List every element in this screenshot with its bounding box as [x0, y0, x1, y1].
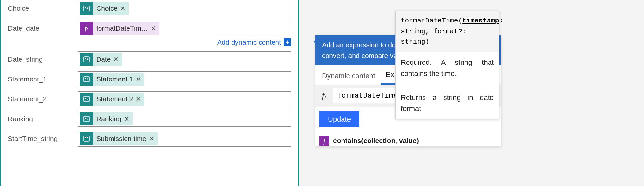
- right-background: Add an expression to do basic things lik…: [299, 0, 644, 186]
- svg-rect-2: [87, 7, 88, 8]
- field-label: Statement_2: [1, 95, 78, 103]
- form-row-starttime: StartTime_string Submission time ✕: [1, 130, 298, 147]
- field-label: Choice: [1, 5, 78, 12]
- svg-rect-11: [87, 79, 88, 80]
- svg-rect-14: [87, 98, 88, 98]
- field-label: Date_date: [1, 24, 78, 32]
- forms-icon: [80, 93, 93, 106]
- token-label: Choice: [96, 5, 117, 12]
- token-remove-icon[interactable]: ✕: [149, 135, 154, 143]
- form-editor-panel: Choice Choice ✕ Date_date fx formatDateT…: [0, 0, 299, 186]
- token-ranking[interactable]: Ranking ✕: [80, 112, 133, 125]
- svg-rect-19: [87, 119, 88, 120]
- svg-rect-6: [87, 58, 88, 59]
- token-remove-icon[interactable]: ✕: [136, 95, 141, 103]
- tooltip-returns: Returns a string in date format: [401, 92, 494, 114]
- svg-rect-23: [87, 139, 88, 139]
- token-label: Submission time: [96, 135, 146, 143]
- token-label: Date: [96, 55, 111, 63]
- forms-icon: [80, 73, 93, 86]
- token-label: Ranking: [96, 115, 121, 123]
- form-row-choice: Choice Choice ✕: [1, 0, 298, 17]
- function-suggestion[interactable]: f contains(collection, value): [315, 133, 501, 146]
- token-remove-icon[interactable]: ✕: [136, 75, 141, 83]
- form-row-statement-1: Statement_1 Statement 1 ✕: [1, 71, 298, 87]
- fx-icon: f: [319, 136, 329, 146]
- svg-rect-15: [87, 99, 88, 100]
- field-input[interactable]: Statement 2 ✕: [78, 91, 291, 107]
- tab-dynamic-content[interactable]: Dynamic content: [317, 67, 381, 85]
- field-input[interactable]: Statement 1 ✕: [78, 71, 291, 87]
- token-submission-time[interactable]: Submission time ✕: [80, 132, 158, 145]
- form-row-ranking: Ranking Ranking ✕: [1, 110, 298, 127]
- update-button[interactable]: Update: [319, 111, 359, 127]
- svg-rect-9: [85, 78, 86, 79]
- field-label: Date_string: [1, 55, 78, 63]
- svg-rect-3: [87, 8, 88, 9]
- token-statement-2[interactable]: Statement 2 ✕: [80, 93, 144, 106]
- svg-rect-1: [85, 7, 86, 8]
- field-label: Statement_1: [1, 75, 78, 83]
- svg-rect-22: [87, 137, 88, 138]
- token-label: formatDateTim…: [96, 24, 148, 32]
- svg-rect-5: [85, 58, 86, 59]
- field-input[interactable]: Date ✕: [78, 51, 291, 67]
- dynamic-content-link-row: Add dynamic content +: [1, 36, 298, 48]
- forms-icon: [80, 53, 93, 66]
- token-statement-1[interactable]: Statement 1 ✕: [80, 73, 144, 86]
- field-input[interactable]: Submission time ✕: [78, 131, 291, 147]
- form-row-statement-2: Statement_2 Statement 2 ✕: [1, 91, 298, 107]
- forms-icon: [80, 112, 93, 125]
- add-dynamic-content-link[interactable]: Add dynamic content: [217, 38, 281, 46]
- token-remove-icon[interactable]: ✕: [120, 5, 126, 12]
- token-remove-icon[interactable]: ✕: [113, 55, 119, 63]
- svg-rect-21: [85, 137, 86, 138]
- svg-rect-13: [85, 98, 86, 99]
- token-choice[interactable]: Choice ✕: [80, 2, 129, 15]
- tooltip-description: Required. A string that contains the tim…: [401, 57, 494, 79]
- field-input[interactable]: fx formatDateTim… ✕: [78, 21, 291, 36]
- svg-rect-7: [87, 59, 88, 60]
- token-label: Statement 2: [96, 95, 133, 103]
- form-row-date-string: Date_string Date ✕: [1, 51, 298, 67]
- field-label: StartTime_string: [1, 135, 78, 143]
- token-date[interactable]: Date ✕: [80, 53, 122, 66]
- forms-icon: [80, 132, 93, 145]
- token-label: Statement 1: [96, 75, 133, 83]
- forms-icon: [80, 2, 93, 15]
- field-input[interactable]: Ranking ✕: [78, 111, 291, 127]
- token-remove-icon[interactable]: ✕: [124, 115, 129, 123]
- plus-icon[interactable]: +: [284, 38, 291, 46]
- form-row-date-date: Date_date fx formatDateTim… ✕: [1, 20, 298, 36]
- function-name: contains(collection, value): [333, 137, 419, 145]
- fx-icon: fx: [319, 91, 329, 101]
- svg-rect-10: [87, 78, 88, 79]
- svg-rect-18: [87, 118, 88, 118]
- svg-rect-17: [85, 118, 86, 119]
- tooltip-signature: formatDateTime(timestamp: string, format…: [396, 11, 499, 52]
- field-label: Ranking: [1, 115, 78, 123]
- field-input[interactable]: Choice ✕: [78, 1, 291, 16]
- token-remove-icon[interactable]: ✕: [151, 24, 156, 32]
- fx-icon: fx: [80, 22, 93, 35]
- signature-tooltip: formatDateTime(timestamp: string, format…: [395, 11, 499, 119]
- token-formatdatetime[interactable]: fx formatDateTim… ✕: [80, 22, 159, 35]
- tooltip-body: Required. A string that contains the tim…: [396, 52, 499, 119]
